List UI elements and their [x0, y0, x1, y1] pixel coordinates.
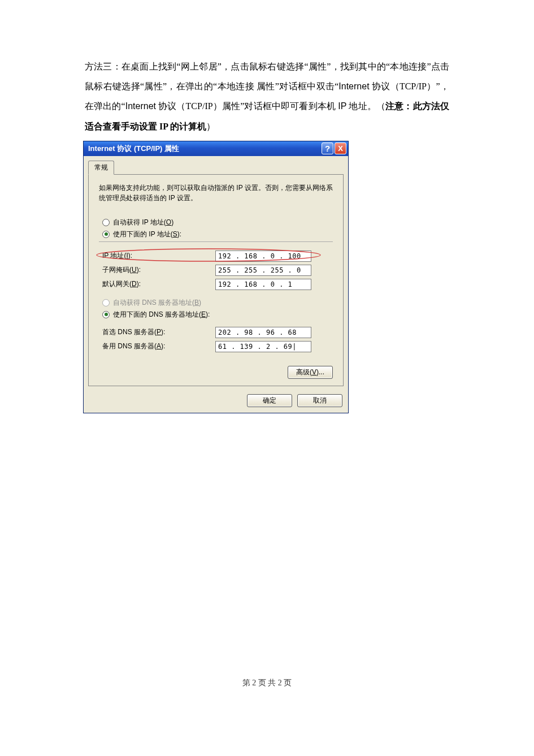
dialog-info-text: 如果网络支持此功能，则可以获取自动指派的 IP 设置。否则，您需要从网络系统管理…: [99, 183, 333, 203]
radio-icon: [102, 299, 110, 306]
radio-label: 使用下面的 IP 地址(S):: [113, 230, 181, 239]
tcpip-properties-dialog: Internet 协议 (TCP/IP) 属性 ? X 常规 如果网络支持此功能…: [83, 141, 349, 413]
pref-dns-label: 首选 DNS 服务器(P):: [102, 327, 215, 337]
radio-label: 使用下面的 DNS 服务器地址(E):: [113, 310, 210, 319]
dialog-buttons: 确定 取消: [84, 391, 348, 413]
tab-strip: 常规: [84, 156, 348, 175]
pref-dns-input[interactable]: 202 . 98 . 96 . 68: [215, 327, 311, 338]
pref-dns-row: 首选 DNS 服务器(P): 202 . 98 . 96 . 68: [102, 327, 333, 338]
ip-address-label: IP 地址(I):: [102, 251, 215, 261]
help-icon[interactable]: ?: [322, 142, 333, 154]
tab-general[interactable]: 常规: [88, 161, 114, 175]
advanced-button[interactable]: 高级(V)...: [288, 366, 333, 379]
gateway-input[interactable]: 192 . 168 . 0 . 1: [215, 279, 311, 290]
advanced-row: 高级(V)...: [99, 366, 333, 379]
subnet-mask-input[interactable]: 255 . 255 . 255 . 0: [215, 265, 311, 276]
ip-address-input[interactable]: 192 . 168 . 0 . 100: [215, 250, 311, 262]
instruction-paragraph: 方法三：在桌面上找到“网上邻居”，点击鼠标右键选择“属性”，找到其中的“本地连接…: [85, 57, 449, 136]
ip-fieldset: IP 地址(I): 192 . 168 . 0 . 100 子网掩码(U): 2…: [99, 241, 333, 290]
alt-dns-row: 备用 DNS 服务器(A): 61 . 139 . 2 . 69|: [102, 341, 333, 352]
gateway-label: 默认网关(D):: [102, 279, 215, 289]
document-page: 方法三：在桌面上找到“网上邻居”，点击鼠标右键选择“属性”，找到其中的“本地连接…: [0, 0, 534, 756]
close-icon[interactable]: X: [335, 142, 346, 154]
subnet-mask-label: 子网掩码(U):: [102, 265, 215, 275]
gateway-row: 默认网关(D): 192 . 168 . 0 . 1: [102, 279, 333, 290]
radio-icon: [102, 311, 110, 318]
radio-auto-ip[interactable]: 自动获得 IP 地址(O): [102, 218, 333, 227]
radio-auto-dns: 自动获得 DNS 服务器地址(B): [102, 298, 333, 308]
radio-icon: [102, 219, 110, 226]
radio-manual-ip[interactable]: 使用下面的 IP 地址(S):: [102, 230, 333, 239]
radio-label: 自动获得 DNS 服务器地址(B): [113, 298, 201, 308]
alt-dns-input[interactable]: 61 . 139 . 2 . 69|: [215, 341, 311, 352]
alt-dns-label: 备用 DNS 服务器(A):: [102, 342, 215, 351]
dialog-titlebar[interactable]: Internet 协议 (TCP/IP) 属性 ? X: [84, 141, 348, 156]
radio-label: 自动获得 IP 地址(O): [113, 218, 173, 227]
page-footer: 第 2 页 共 2 页: [0, 678, 534, 688]
tab-panel-general: 如果网络支持此功能，则可以获取自动指派的 IP 设置。否则，您需要从网络系统管理…: [88, 174, 344, 386]
ip-address-row: IP 地址(I): 192 . 168 . 0 . 100: [102, 250, 333, 262]
dialog-title: Internet 协议 (TCP/IP) 属性: [88, 144, 320, 154]
subnet-mask-row: 子网掩码(U): 255 . 255 . 255 . 0: [102, 265, 333, 276]
ok-button[interactable]: 确定: [247, 394, 292, 407]
cancel-button[interactable]: 取消: [297, 394, 342, 407]
radio-manual-dns[interactable]: 使用下面的 DNS 服务器地址(E):: [102, 310, 333, 319]
dns-fieldset: 首选 DNS 服务器(P): 202 . 98 . 96 . 68 备用 DNS…: [99, 322, 333, 352]
radio-icon: [102, 231, 110, 238]
